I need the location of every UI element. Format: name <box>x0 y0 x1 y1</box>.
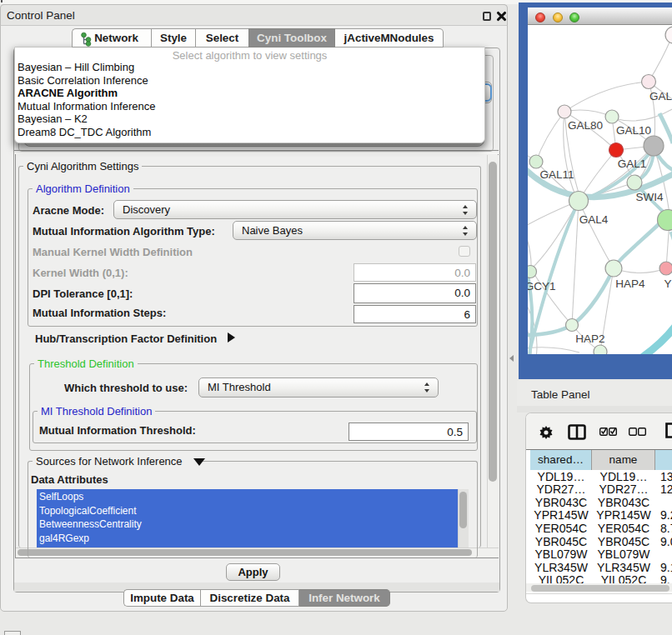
svg-text:GCY1: GCY1 <box>528 280 555 292</box>
svg-text:GAL10: GAL10 <box>616 124 651 137</box>
svg-text:SWI4: SWI4 <box>635 191 663 203</box>
svg-text:GAL80: GAL80 <box>568 119 603 132</box>
svg-text:Y: Y <box>664 278 671 290</box>
svg-text:GAL11: GAL11 <box>539 168 574 181</box>
svg-text:GAL4: GAL4 <box>579 213 609 226</box>
svg-text:GAL1: GAL1 <box>618 158 647 170</box>
svg-text:GAL7: GAL7 <box>649 90 672 102</box>
svg-text:HAP2: HAP2 <box>575 332 604 345</box>
svg-text:HAP4: HAP4 <box>615 278 645 290</box>
